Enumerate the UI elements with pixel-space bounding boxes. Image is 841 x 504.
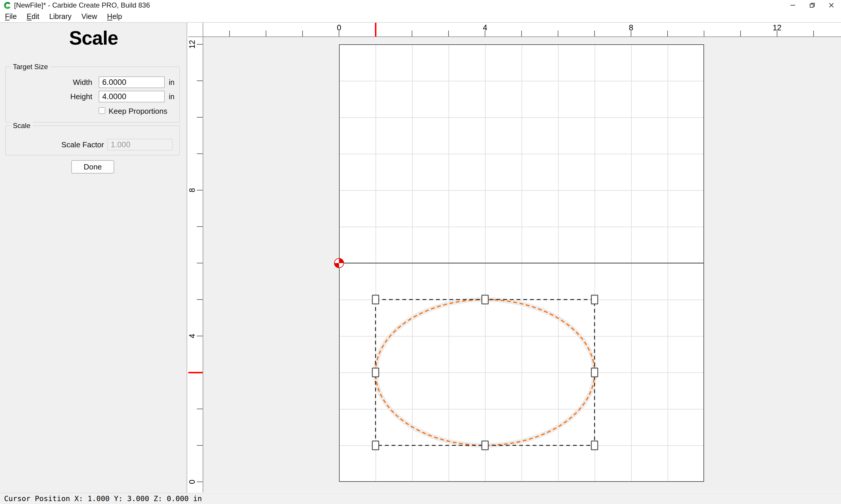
ruler-tick (266, 31, 266, 36)
ruler-label: 8 (188, 181, 196, 199)
menu-item-help[interactable]: Help (102, 11, 127, 22)
ruler-tick (197, 482, 203, 482)
stock-overlay (339, 44, 704, 482)
ruler-tick (558, 31, 558, 36)
ruler-label: 12 (766, 23, 789, 32)
status-bar: Cursor Position X: 1.000 Y: 3.000 Z: 0.0… (0, 493, 841, 504)
ellipse-selection-halo (376, 300, 595, 445)
selection-handle[interactable] (591, 295, 598, 304)
menu-item-file[interactable]: File (0, 11, 22, 22)
scale-factor-label: Scale Factor (0, 139, 104, 150)
target-size-legend: Target Size (11, 63, 50, 71)
minimize-icon (789, 1, 797, 9)
close-icon (827, 1, 836, 9)
carbide-create-logo-icon (4, 2, 11, 9)
scale-panel: Scale Target Size Width in Height in Kee… (0, 23, 187, 493)
window-title: [NewFile]* - Carbide Create PRO, Build 8… (14, 1, 150, 9)
ruler-tick (302, 31, 303, 36)
ruler-tick (813, 31, 814, 36)
ruler-tick (740, 31, 741, 36)
height-unit: in (169, 91, 174, 102)
ruler-tick (197, 44, 203, 44)
width-label: Width (0, 76, 92, 88)
keep-proportions-checkbox[interactable] (99, 107, 105, 114)
menu-item-view[interactable]: View (76, 11, 102, 22)
panel-title: Scale (0, 27, 187, 49)
ruler-tick (197, 409, 203, 409)
ruler-label: 0 (327, 23, 351, 32)
ruler-label: 12 (188, 37, 196, 53)
ruler-label: 8 (619, 23, 643, 32)
ruler-tick (594, 31, 595, 36)
ruler-tick (412, 31, 412, 36)
restore-button[interactable] (803, 0, 822, 11)
ruler-tick (667, 31, 668, 36)
ruler-tick (197, 226, 203, 227)
selection-handle[interactable] (591, 368, 598, 377)
ruler-tick (197, 190, 203, 191)
scale-factor-input (107, 139, 173, 150)
ruler-tick (197, 154, 203, 154)
ruler-tick (229, 31, 230, 36)
ruler-tick (704, 31, 704, 36)
ruler-tick (197, 299, 203, 300)
ruler-tick (197, 336, 203, 336)
height-label: Height (0, 91, 92, 102)
selection-handle[interactable] (591, 441, 598, 450)
horizontal-ruler: 04812 (188, 23, 841, 37)
scale-group-legend: Scale (11, 122, 33, 130)
ruler-tick (197, 445, 203, 446)
ruler-label: 0 (188, 473, 196, 490)
ruler-tick (197, 80, 203, 81)
width-input[interactable] (99, 76, 165, 88)
selection-handle[interactable] (372, 295, 379, 304)
selection-handle[interactable] (372, 368, 379, 377)
design-canvas[interactable] (203, 37, 841, 492)
menu-bar: FileEditLibraryViewHelp (0, 11, 841, 23)
ruler-label: 4 (188, 327, 196, 345)
ruler-tick (521, 31, 522, 36)
selection-handle[interactable] (372, 441, 379, 450)
ruler-tick (448, 31, 449, 36)
cursor-position-text: Cursor Position X: 1.000 Y: 3.000 Z: 0.0… (4, 494, 202, 503)
minimize-button[interactable] (783, 0, 803, 11)
menu-item-library[interactable]: Library (44, 11, 76, 22)
selection-handle[interactable] (482, 441, 488, 450)
ruler-corner (188, 23, 203, 37)
vertical-ruler: 04812 (188, 37, 203, 492)
ruler-label: 4 (473, 23, 497, 32)
height-input[interactable] (99, 91, 165, 102)
done-button[interactable]: Done (71, 160, 114, 174)
restore-icon (808, 1, 816, 9)
close-button[interactable] (822, 0, 841, 11)
ruler-cursor-y (188, 372, 203, 373)
title-bar: [NewFile]* - Carbide Create PRO, Build 8… (0, 0, 841, 11)
origin-marker-icon (334, 258, 344, 268)
keep-proportions-label: Keep Proportions (109, 107, 167, 116)
menu-item-edit[interactable]: Edit (22, 11, 44, 22)
ruler-tick (197, 263, 203, 263)
width-unit: in (169, 76, 174, 88)
ruler-cursor-x (375, 23, 376, 37)
selection-handle[interactable] (482, 295, 488, 304)
ruler-tick (197, 117, 203, 118)
